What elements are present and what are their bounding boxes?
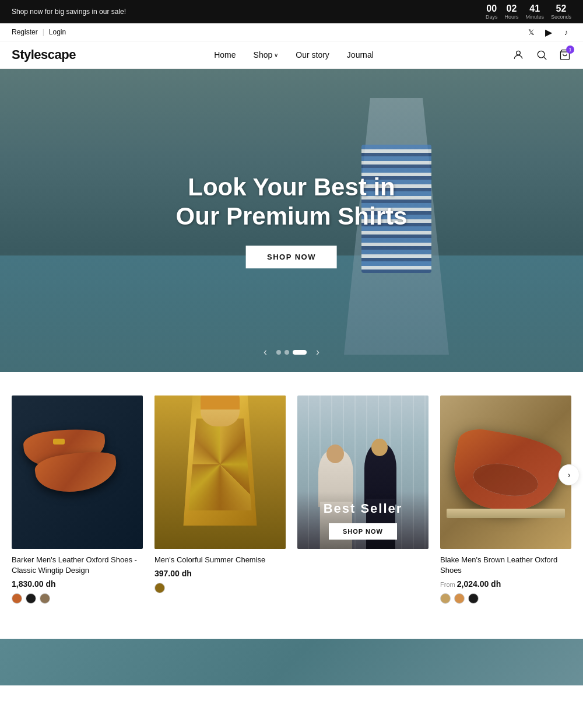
youtube-icon: ▶ (543, 27, 554, 37)
slider-dot-1[interactable] (276, 350, 281, 355)
logo[interactable]: Stylescape (12, 47, 76, 62)
user-icon[interactable] (512, 48, 525, 61)
social-icons: 𝕏 ▶ ♪ (526, 27, 571, 37)
swatch-tan-4[interactable] (440, 593, 451, 604)
products-section: Barker Men's Leather Oxford Shoes - Clas… (0, 372, 583, 615)
nav-our-story[interactable]: Our story (296, 50, 329, 60)
product-card-3[interactable]: Best Seller SHOP NOW (297, 396, 429, 604)
product-price-2: 397.00 dh (154, 569, 286, 578)
nav-home[interactable]: Home (214, 50, 236, 60)
product-card-1[interactable]: Barker Men's Leather Oxford Shoes - Clas… (12, 396, 143, 604)
product-swatches-2 (154, 583, 286, 593)
hours-label: Hours (504, 14, 518, 20)
tiktok-link[interactable]: ♪ (561, 27, 571, 37)
product-name-4: Blake Men's Brown Leather Oxford Shoes (440, 555, 571, 576)
tiktok-icon: ♪ (561, 27, 571, 37)
announcement-text: Shop now for big savings in our sale! (12, 8, 126, 16)
minutes-label: Minutes (525, 14, 544, 20)
utility-bar: Register | Login 𝕏 ▶ ♪ (0, 23, 583, 41)
cart-icon[interactable]: 1 (559, 48, 571, 61)
swatch-brown-4[interactable] (454, 593, 465, 604)
cart-badge: 1 (566, 46, 574, 54)
bottom-banner (0, 639, 583, 685)
minutes-value: 41 (525, 4, 544, 14)
shop-chevron-icon: ∨ (274, 52, 278, 58)
days-label: Days (486, 14, 498, 20)
swatch-brown[interactable] (12, 593, 22, 604)
svg-point-1 (538, 51, 545, 58)
hero-slider: Look Your Best in Our Premium Shirts SHO… (0, 69, 583, 372)
swatch-black[interactable] (26, 593, 36, 604)
register-link[interactable]: Register (12, 28, 38, 36)
best-seller-cta[interactable]: SHOP NOW (329, 523, 397, 540)
timer-hours: 02 Hours (504, 4, 518, 20)
timer-minutes: 41 Minutes (525, 4, 544, 20)
slider-dot-3[interactable] (293, 350, 307, 355)
seconds-label: Seconds (551, 14, 571, 20)
nav-shop[interactable]: Shop ∨ (254, 50, 279, 60)
product-image-2 (154, 396, 286, 549)
twitter-icon: 𝕏 (526, 27, 536, 37)
shoe-display (440, 396, 571, 549)
login-link[interactable]: Login (49, 28, 66, 36)
product-swatches-4 (440, 593, 571, 604)
svg-point-0 (517, 51, 521, 55)
auth-divider: | (43, 28, 44, 36)
hero-title-line2: Our Premium Shirts (176, 203, 408, 230)
shoe-buckle (53, 439, 65, 444)
hero-content: Look Your Best in Our Premium Shirts SHO… (176, 173, 408, 268)
product-image-1 (12, 396, 143, 549)
search-icon[interactable] (535, 48, 548, 61)
best-seller-overlay: Best Seller SHOP NOW (297, 492, 429, 549)
swatch-black-4[interactable] (468, 593, 479, 604)
product-price-4: From 2,024.00 dh (440, 579, 571, 589)
main-nav: Stylescape Home Shop ∨ Our story Journal… (0, 41, 583, 69)
shoe-pair-graphic (18, 418, 136, 526)
days-value: 00 (486, 4, 498, 14)
timer-days: 00 Days (486, 4, 498, 20)
from-label: From (440, 581, 457, 588)
slider-controls: ‹ › (264, 346, 319, 358)
products-grid: Barker Men's Leather Oxford Shoes - Clas… (12, 396, 571, 604)
product-image-4 (440, 396, 571, 549)
best-seller-label: Best Seller (307, 501, 419, 516)
auth-links: Register | Login (12, 28, 66, 36)
twitter-link[interactable]: 𝕏 (526, 27, 536, 37)
product-price-1: 1,830.00 dh (12, 579, 143, 589)
price-value-4: 2,024.00 dh (457, 579, 501, 589)
nav-journal[interactable]: Journal (347, 50, 374, 60)
hero-cta-button[interactable]: SHOP NOW (246, 246, 337, 268)
hero-title-line1: Look Your Best in (188, 173, 395, 201)
swatch-tan[interactable] (40, 593, 50, 604)
hours-value: 02 (504, 4, 518, 14)
product-image-3: Best Seller SHOP NOW (297, 396, 429, 549)
countdown-timer: 00 Days 02 Hours 41 Minutes 52 Seconds (486, 4, 571, 20)
slider-dot-2[interactable] (285, 350, 289, 355)
product-name-1: Barker Men's Leather Oxford Shoes - Clas… (12, 555, 143, 576)
timer-seconds: 52 Seconds (551, 4, 571, 20)
shelf-surface (447, 509, 565, 518)
products-next-button[interactable]: › (559, 464, 580, 485)
slider-prev-button[interactable]: ‹ (264, 346, 267, 358)
model-silhouette (154, 396, 286, 549)
product-name-2: Men's Colorful Summer Chemise (154, 555, 286, 565)
announcement-bar: Shop now for big savings in our sale! 00… (0, 0, 583, 23)
slider-next-button[interactable]: › (316, 346, 319, 358)
nav-icons: 1 (512, 48, 571, 61)
seconds-value: 52 (551, 4, 571, 14)
youtube-link[interactable]: ▶ (543, 27, 554, 37)
product-card-2[interactable]: Men's Colorful Summer Chemise 397.00 dh (154, 396, 286, 604)
slider-dots (276, 350, 307, 355)
swatch-gold[interactable] (154, 583, 165, 593)
svg-line-2 (544, 57, 547, 60)
product-swatches-1 (12, 593, 143, 604)
nav-links: Home Shop ∨ Our story Journal (214, 50, 374, 60)
hero-title: Look Your Best in Our Premium Shirts (176, 173, 408, 232)
product-card-4[interactable]: Blake Men's Brown Leather Oxford Shoes F… (440, 396, 571, 604)
